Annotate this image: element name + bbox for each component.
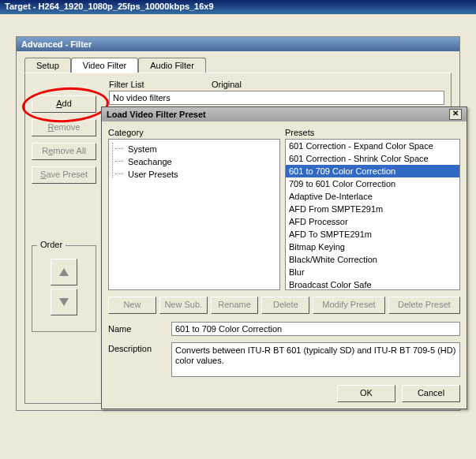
cancel-button[interactable]: Cancel bbox=[402, 385, 460, 402]
preset-item[interactable]: AFD Processor bbox=[286, 215, 459, 228]
dialog-title: Load Video Filter Preset bbox=[107, 110, 206, 119]
add-button[interactable]: Add bbox=[32, 95, 96, 113]
tab-strip: Setup Video Filter Audio Filter bbox=[24, 58, 452, 73]
tab-video-filter[interactable]: Video Filter bbox=[71, 58, 138, 73]
delete-preset-button[interactable]: Delete Preset bbox=[388, 297, 460, 314]
preset-item[interactable]: AFD From SMPTE291m bbox=[286, 203, 459, 215]
window-titlebar: Target - H264_1920_1080p_25fps_10000kbps… bbox=[0, 0, 476, 14]
preset-item[interactable]: Black/White Correction bbox=[286, 253, 459, 266]
move-up-button[interactable] bbox=[51, 259, 77, 285]
move-down-button[interactable] bbox=[51, 289, 77, 315]
tab-setup[interactable]: Setup bbox=[24, 58, 71, 73]
order-label: Order bbox=[37, 240, 66, 249]
new-sub-button[interactable]: New Sub. bbox=[159, 297, 208, 314]
description-field[interactable]: Converts between ITU-R BT 601 (typically… bbox=[171, 342, 460, 377]
dialog-titlebar: Load Video Filter Preset ✕ bbox=[102, 107, 467, 121]
remove-all-button[interactable]: Remove All bbox=[32, 143, 96, 160]
save-preset-button[interactable]: Save Preset bbox=[32, 166, 96, 184]
left-button-column: Add Remove Remove All Save Preset bbox=[32, 95, 96, 184]
preset-item[interactable]: Broadcast Color Safe bbox=[286, 278, 459, 290]
preset-item[interactable]: Bitmap Keying bbox=[286, 241, 459, 253]
preset-item[interactable]: AFD To SMPTE291m bbox=[286, 228, 459, 241]
remove-button[interactable]: Remove bbox=[32, 119, 96, 136]
tab-audio-filter[interactable]: Audio Filter bbox=[138, 58, 206, 73]
order-group: Order bbox=[32, 245, 96, 332]
filter-list-text: No video filters bbox=[109, 91, 444, 105]
tree-item-system[interactable]: System bbox=[115, 143, 276, 155]
ok-button[interactable]: OK bbox=[337, 385, 395, 402]
filter-list-header: Filter List Original bbox=[32, 80, 444, 89]
presets-list[interactable]: 601 Correction - Expand Color Space601 C… bbox=[285, 139, 460, 290]
name-label: Name bbox=[108, 324, 171, 334]
original-label: Original bbox=[212, 80, 242, 89]
description-label: Description bbox=[108, 342, 171, 377]
modify-preset-button[interactable]: Modify Preset bbox=[313, 297, 384, 314]
preset-item[interactable]: 601 Correction - Shrink Color Space bbox=[286, 152, 459, 165]
name-field[interactable]: 601 to 709 Color Correction bbox=[171, 322, 460, 336]
presets-label: Presets bbox=[285, 128, 314, 137]
preset-item[interactable]: Blur bbox=[286, 266, 459, 278]
panel-title: Advanced - Filter bbox=[17, 37, 459, 51]
preset-item[interactable]: 709 to 601 Color Correction bbox=[286, 177, 459, 190]
tree-item-user-presets[interactable]: User Presets bbox=[115, 168, 276, 181]
new-button[interactable]: New bbox=[108, 297, 156, 314]
close-icon[interactable]: ✕ bbox=[449, 109, 462, 120]
preset-item[interactable]: 601 to 709 Color Correction bbox=[286, 165, 459, 177]
load-preset-dialog: Load Video Filter Preset ✕ Category Pres… bbox=[101, 106, 467, 409]
filter-list-label: Filter List bbox=[109, 80, 180, 89]
window-title: Target - H264_1920_1080p_25fps_10000kbps… bbox=[5, 2, 214, 11]
rename-button[interactable]: Rename bbox=[211, 297, 259, 314]
category-tree[interactable]: System Seachange User Presets bbox=[108, 139, 280, 290]
preset-item[interactable]: 601 Correction - Expand Color Space bbox=[286, 140, 459, 152]
tree-item-seachange[interactable]: Seachange bbox=[115, 155, 276, 168]
category-label: Category bbox=[108, 128, 285, 137]
delete-button[interactable]: Delete bbox=[261, 297, 309, 314]
preset-item[interactable]: Adaptive De-Interlace bbox=[286, 190, 459, 203]
